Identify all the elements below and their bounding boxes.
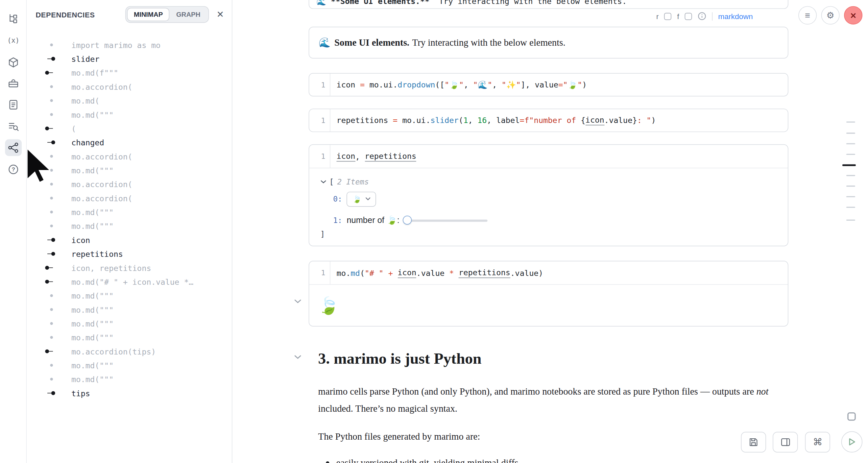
minimap-item[interactable]: tips	[27, 386, 232, 400]
info-icon[interactable]	[698, 12, 706, 21]
minimap-item-label: mo.md("# " + icon.value *…	[71, 277, 193, 286]
minimap-item[interactable]: mo.md("""	[27, 316, 232, 330]
menu-icon: ≡	[805, 11, 810, 20]
minimap-item[interactable]: (	[27, 121, 232, 135]
code-cell-editor[interactable]: 1 icon, repetitions	[309, 145, 788, 168]
scroll-minimap-active-line[interactable]	[842, 164, 856, 166]
cutoff-code-line: 🌊 **Some UI elements.** Try interacting …	[316, 0, 627, 6]
code-cell-dropdown[interactable]: 1 icon = mo.ui.dropdown(["🍃", "🌊", "✨"],…	[309, 73, 788, 96]
slider-knob[interactable]	[403, 215, 412, 224]
cell-dot-icon	[48, 335, 56, 340]
layout-panel-icon	[780, 437, 791, 447]
tab-minimap[interactable]: MINIMAP	[127, 8, 169, 21]
minimap-item[interactable]: mo.md(	[27, 94, 232, 107]
minimap-item-label: mo.accordion(	[71, 152, 132, 161]
repetitions-slider[interactable]	[403, 215, 488, 225]
scroll-minimap-line[interactable]	[846, 185, 855, 186]
documentation-button[interactable]	[5, 96, 22, 113]
code-cell-editor[interactable]: 1 mo.md("# " + icon.value * repetitions.…	[309, 261, 788, 285]
save-icon	[748, 437, 759, 447]
cell-icon-repetitions: 1 icon, repetitions [ 2 Items 0: 🍃 1: nu…	[309, 144, 788, 246]
open-bracket: [	[329, 177, 334, 186]
run-cell-button[interactable]	[841, 431, 862, 453]
expand-output-button[interactable]	[842, 407, 861, 426]
node-connector-icon	[48, 126, 56, 131]
minimap-item-label: slider	[71, 54, 100, 63]
variables-icon: (x)	[7, 37, 20, 45]
minimap-item[interactable]: slider	[27, 52, 232, 66]
panel-title: DEPENDENCIES	[35, 10, 125, 19]
tab-graph[interactable]: GRAPH	[169, 8, 207, 21]
command-icon: ⌘	[813, 436, 822, 448]
minimap-item[interactable]: mo.md("""	[27, 107, 232, 121]
scroll-minimap-line[interactable]	[846, 207, 855, 208]
collapse-cell-icon[interactable]	[294, 355, 302, 360]
minimap-item[interactable]: import marimo as mo	[27, 38, 232, 52]
minimap-item[interactable]: changed	[27, 135, 232, 149]
node-connector-icon	[48, 266, 56, 270]
packages-button[interactable]	[5, 54, 22, 71]
cutoff-markdown-editor[interactable]: 🌊 **Some UI elements.** Try interacting …	[309, 0, 788, 9]
minimap-item[interactable]: icon	[27, 233, 232, 247]
icon-dropdown[interactable]: 🍃	[346, 191, 376, 207]
scroll-minimap-line[interactable]	[846, 121, 855, 122]
svg-text:?: ?	[11, 166, 15, 173]
collapse-cell-icon[interactable]	[294, 299, 302, 304]
minimap-item[interactable]: mo.md("""	[27, 205, 232, 219]
minimap-item-label: (	[71, 124, 76, 133]
markdown-mode-label[interactable]: markdown	[718, 12, 753, 20]
minimap-item[interactable]: mo.md("""	[27, 303, 232, 316]
minimap-item[interactable]: mo.md("""	[27, 359, 232, 372]
scroll-minimap-line[interactable]	[846, 175, 855, 176]
minimap-item[interactable]: mo.md("""	[27, 219, 232, 233]
f-checkbox[interactable]	[685, 12, 692, 20]
minimap-item-label: mo.md("""	[71, 361, 114, 370]
collapse-tree-icon[interactable]	[320, 180, 327, 184]
scroll-minimap-line[interactable]	[846, 143, 855, 144]
file-tree-button[interactable]	[5, 10, 22, 27]
notebook-menu-button[interactable]: ≡	[798, 6, 817, 25]
minimap-item[interactable]: mo.md("""	[27, 372, 232, 386]
scroll-minimap-line[interactable]	[846, 220, 855, 221]
minimap-item[interactable]: icon, repetitions	[27, 261, 232, 275]
toolbox-button[interactable]	[5, 75, 22, 92]
divider	[712, 12, 712, 20]
line-number-gutter: 1	[309, 261, 330, 284]
bullet-item: easily versioned with git, yielding mini…	[326, 455, 518, 463]
layout-button[interactable]	[773, 432, 798, 453]
scroll-minimap-line[interactable]	[846, 154, 855, 155]
minimap-item[interactable]: mo.md("""	[27, 331, 232, 344]
r-checkbox[interactable]	[664, 12, 671, 20]
save-button[interactable]	[741, 432, 766, 453]
code-cell-slider[interactable]: 1 repetitions = mo.ui.slider(1, 16, labe…	[309, 109, 788, 132]
line-number: 1	[321, 116, 325, 124]
keyboard-shortcuts-button[interactable]: ⌘	[805, 432, 830, 453]
scroll-minimap-line[interactable]	[846, 132, 855, 133]
minimap-item[interactable]: mo.accordion(	[27, 191, 232, 205]
scroll-minimap-line[interactable]	[846, 196, 855, 197]
minimap-item-label: mo.md("""	[71, 375, 114, 384]
node-connector-icon	[48, 70, 56, 75]
minimap-item[interactable]: mo.md("""	[27, 289, 232, 303]
minimap-item[interactable]: mo.accordion(	[27, 80, 232, 93]
minimap-item[interactable]: mo.md(f"""	[27, 66, 232, 80]
paragraph-text: marimo cells parse Python (and only Pyth…	[318, 386, 756, 397]
dependency-graph-button[interactable]	[5, 140, 22, 156]
help-button[interactable]: ?	[5, 161, 22, 178]
variables-button[interactable]: (x)	[5, 32, 22, 49]
node-connector-icon	[48, 57, 56, 61]
code-line: icon = mo.ui.dropdown(["🍃", "🌊", "✨"], v…	[331, 74, 587, 96]
slider-track[interactable]	[407, 219, 487, 222]
minimap-item[interactable]: mo.md("# " + icon.value *…	[27, 275, 232, 288]
markdown-paragraph: marimo cells parse Python (and only Pyth…	[318, 383, 770, 417]
minimap-item[interactable]: repetitions	[27, 247, 232, 261]
minimap-item[interactable]: mo.accordion(tips)	[27, 344, 232, 358]
line-number: 1	[321, 81, 325, 89]
node-connector-icon	[48, 391, 56, 396]
code-line: icon, repetitions	[331, 145, 416, 168]
documentation-icon	[7, 99, 20, 111]
close-panel-button[interactable]: ✕	[216, 10, 224, 19]
scroll-minimap	[834, 0, 868, 463]
snippets-button[interactable]	[5, 118, 22, 135]
minimap-item-label: mo.md("""	[71, 166, 114, 175]
